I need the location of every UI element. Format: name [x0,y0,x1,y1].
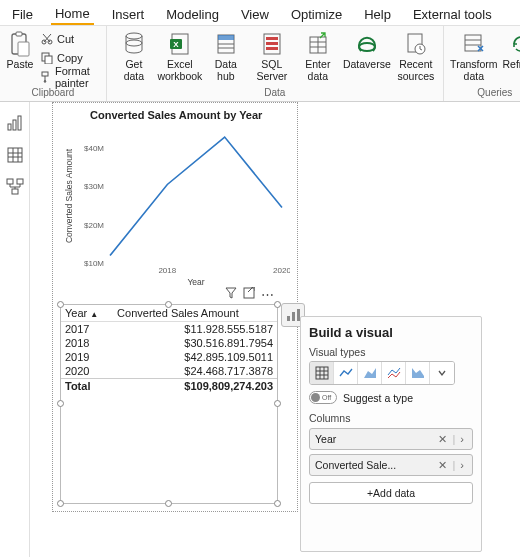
svg-rect-41 [12,189,18,194]
excel-icon: X [166,30,194,58]
field-sales-label: Converted Sale... [315,459,396,471]
remove-field-icon[interactable]: ✕ [436,433,450,445]
col-year[interactable]: Year ▲ [61,305,113,322]
svg-text:X: X [173,40,179,49]
ribbon-tabs: File Home Insert Modeling View Optimize … [0,0,520,26]
field-menu-icon[interactable]: › [458,433,467,445]
recent-label: Recent sources [397,59,434,82]
suggest-type-toggle[interactable]: Off [309,391,337,404]
filter-icon[interactable] [225,287,237,302]
focus-mode-icon[interactable] [243,287,255,302]
svg-text:$10M: $10M [84,259,104,268]
recent-sources-button[interactable]: Recent sources [395,28,437,82]
svg-text:2020: 2020 [273,266,290,275]
refresh-button[interactable]: Refresh [502,28,520,71]
table-row[interactable]: 2018$30.516.891.7954 [61,336,277,350]
line-chart-visual[interactable]: Converted Sales Amount by Year $10M$20M$… [60,107,290,292]
tab-insert[interactable]: Insert [108,5,149,24]
suggest-label: Suggest a type [343,392,413,404]
report-view-icon[interactable] [6,114,24,132]
add-data-button[interactable]: +Add data [309,482,473,504]
svg-text:Year: Year [187,277,204,287]
svg-marker-59 [364,368,376,378]
vt-table[interactable] [310,362,334,384]
table-row[interactable]: 2020$24.468.717.3878 [61,364,277,379]
vt-area-down[interactable] [406,362,430,384]
data-hub-label: Data hub [215,59,237,82]
dataverse-label: Dataverse [343,59,391,71]
refresh-label: Refresh [502,59,520,71]
svg-text:$20M: $20M [84,221,104,230]
vt-area-up[interactable] [358,362,382,384]
svg-marker-60 [412,368,424,378]
clipboard-icon [6,30,34,58]
table-visual[interactable]: ⋯ Year ▲ Converted Sales Amount 2017$11.… [60,304,278,504]
paste-label: Paste [7,59,34,71]
svg-text:2018: 2018 [158,266,176,275]
table-row[interactable]: 2017$11.928.555.5187 [61,322,277,337]
remove-field-icon[interactable]: ✕ [436,459,450,471]
vt-line[interactable] [334,362,358,384]
clipboard-group-label: Clipboard [32,86,75,99]
svg-point-9 [126,40,142,46]
refresh-icon [507,30,520,58]
visual-types-label: Visual types [309,346,473,358]
cut-button[interactable]: Cut [38,30,100,48]
tab-home[interactable]: Home [51,4,94,25]
dataverse-button[interactable]: Dataverse [343,28,391,71]
columns-label: Columns [309,412,473,424]
tab-external-tools[interactable]: External tools [409,5,496,24]
svg-text:$40M: $40M [84,144,104,153]
dataverse-icon [353,30,381,58]
excel-workbook-button[interactable]: X Excel workbook [159,28,201,82]
database-icon [120,30,148,58]
table-row[interactable]: 2019$42.895.109.5011 [61,350,277,364]
chart-icon [285,307,301,323]
queries-group-label: Queries [477,86,512,99]
svg-point-8 [126,33,142,39]
group-data: Get data X Excel workbook Data hub SQL S… [107,26,444,101]
transform-label: Transform data [450,59,497,82]
transform-data-button[interactable]: Transform data [450,28,498,82]
tab-view[interactable]: View [237,5,273,24]
svg-rect-1 [16,32,22,36]
nav-rail [0,102,30,557]
vt-more[interactable] [430,362,454,384]
transform-icon [460,30,488,58]
svg-rect-31 [8,124,11,130]
sql-server-button[interactable]: SQL Server [251,28,293,82]
vt-line-multi[interactable] [382,362,406,384]
svg-rect-51 [287,316,290,321]
field-menu-icon[interactable]: › [458,459,467,471]
data-table: Year ▲ Converted Sales Amount 2017$11.92… [61,305,277,393]
format-painter-button[interactable]: Format painter [38,68,100,86]
data-hub-button[interactable]: Data hub [205,28,247,82]
sql-icon [258,30,286,58]
chart-title: Converted Sales Amount by Year [60,107,290,121]
report-canvas: Converted Sales Amount by Year $10M$20M$… [30,102,520,557]
col-amount[interactable]: Converted Sales Amount [113,305,277,322]
field-converted-sales[interactable]: Converted Sale... ✕|› [309,454,473,476]
svg-rect-28 [465,35,481,51]
data-view-icon[interactable] [6,146,24,164]
group-queries: Transform data Refresh Queries [444,26,520,101]
visual-toolbar: ⋯ [225,287,275,302]
field-year-label: Year [315,433,336,445]
svg-rect-6 [45,56,52,64]
svg-text:$30M: $30M [84,182,104,191]
paintbrush-icon [40,70,52,84]
tab-optimize[interactable]: Optimize [287,5,346,24]
tab-file[interactable]: File [8,5,37,24]
model-view-icon[interactable] [6,178,24,196]
svg-text:Converted Sales Amount: Converted Sales Amount [64,148,74,243]
chart-svg: $10M$20M$30M$40MConverted Sales Amount20… [60,121,290,291]
get-data-button[interactable]: Get data [113,28,155,82]
svg-point-25 [359,43,375,51]
more-options-icon[interactable]: ⋯ [261,287,275,302]
enter-data-button[interactable]: Enter data [297,28,339,82]
tab-modeling[interactable]: Modeling [162,5,223,24]
field-year[interactable]: Year ✕|› [309,428,473,450]
tab-help[interactable]: Help [360,5,395,24]
paste-button[interactable]: Paste [6,28,34,71]
svg-rect-54 [316,367,328,379]
